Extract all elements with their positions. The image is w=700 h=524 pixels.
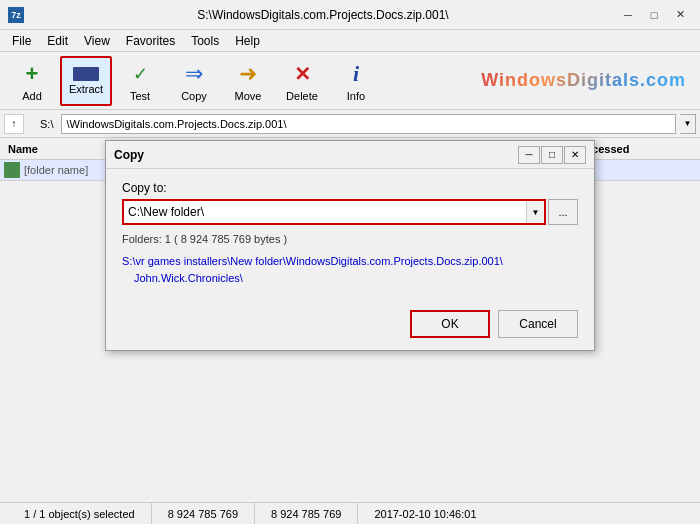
dialog-title: Copy bbox=[114, 148, 518, 162]
menu-tools[interactable]: Tools bbox=[183, 32, 227, 50]
move-icon: ➜ bbox=[234, 60, 262, 88]
app-icon: 7z bbox=[8, 7, 24, 23]
minimize-button[interactable]: ─ bbox=[616, 5, 640, 25]
status-bar: 1 / 1 object(s) selected 8 924 785 769 8… bbox=[0, 502, 700, 524]
menu-bar: File Edit View Favorites Tools Help bbox=[0, 30, 700, 52]
address-full-path: \WindowsDigitals.com.Projects.Docs.zip.0… bbox=[66, 118, 286, 130]
move-label: Move bbox=[235, 90, 262, 102]
copy-to-label: Copy to: bbox=[122, 181, 578, 195]
status-selection: 1 / 1 object(s) selected bbox=[8, 503, 152, 524]
copy-label: Copy bbox=[181, 90, 207, 102]
status-size: 8 924 785 769 bbox=[152, 503, 255, 524]
dialog-buttons: OK Cancel bbox=[122, 302, 578, 338]
delete-icon: ✕ bbox=[288, 60, 316, 88]
title-bar-controls: ─ □ ✕ bbox=[616, 5, 692, 25]
close-button[interactable]: ✕ bbox=[668, 5, 692, 25]
toolbar: + Add Extract ✓ Test ⇒ Copy ➜ Move ✕ Del… bbox=[0, 52, 700, 110]
dialog-title-bar: Copy ─ □ ✕ bbox=[106, 141, 594, 169]
dialog-title-controls: ─ □ ✕ bbox=[518, 146, 586, 164]
source-path-line1: S:\vr games installers\New folder\Window… bbox=[122, 255, 503, 267]
toolbar-info-button[interactable]: i Info bbox=[330, 56, 382, 106]
toolbar-logo: WindowsDigitals.com bbox=[384, 70, 694, 91]
dialog-content: Copy to: ▼ ... Folders: 1 ( 8 924 785 76… bbox=[106, 169, 594, 350]
address-up-button[interactable]: ↑ bbox=[4, 114, 24, 134]
folder-icon bbox=[4, 162, 20, 178]
source-path-line2: John.Wick.Chronicles\ bbox=[122, 272, 243, 284]
dialog-close-button[interactable]: ✕ bbox=[564, 146, 586, 164]
copy-dialog: Copy ─ □ ✕ Copy to: ▼ ... Folders: 1 ( 8… bbox=[105, 140, 595, 351]
menu-edit[interactable]: Edit bbox=[39, 32, 76, 50]
title-bar: 7z S:\WindowsDigitals.com.Projects.Docs.… bbox=[0, 0, 700, 30]
status-packed-size: 8 924 785 769 bbox=[255, 503, 358, 524]
add-icon: + bbox=[18, 60, 46, 88]
copy-input-row: ▼ ... bbox=[122, 199, 578, 225]
cancel-button[interactable]: Cancel bbox=[498, 310, 578, 338]
menu-view[interactable]: View bbox=[76, 32, 118, 50]
ok-button[interactable]: OK bbox=[410, 310, 490, 338]
menu-favorites[interactable]: Favorites bbox=[118, 32, 183, 50]
toolbar-delete-button[interactable]: ✕ Delete bbox=[276, 56, 328, 106]
add-label: Add bbox=[22, 90, 42, 102]
copy-destination-input[interactable] bbox=[124, 201, 526, 223]
dialog-minimize-button[interactable]: ─ bbox=[518, 146, 540, 164]
test-icon: ✓ bbox=[126, 60, 154, 88]
extract-icon bbox=[73, 67, 99, 81]
title-bar-text: S:\WindowsDigitals.com.Projects.Docs.zip… bbox=[30, 8, 616, 22]
menu-help[interactable]: Help bbox=[227, 32, 268, 50]
extract-label: Extract bbox=[69, 83, 103, 95]
toolbar-test-button[interactable]: ✓ Test bbox=[114, 56, 166, 106]
delete-label: Delete bbox=[286, 90, 318, 102]
copy-icon: ⇒ bbox=[180, 60, 208, 88]
address-path-display: \WindowsDigitals.com.Projects.Docs.zip.0… bbox=[61, 114, 676, 134]
address-dropdown-button[interactable]: ▼ bbox=[680, 114, 696, 134]
address-drive: S:\ bbox=[36, 118, 57, 130]
copy-input-wrapper: ▼ bbox=[122, 199, 546, 225]
source-path: S:\vr games installers\New folder\Window… bbox=[122, 253, 578, 286]
dialog-maximize-button[interactable]: □ bbox=[541, 146, 563, 164]
toolbar-add-button[interactable]: + Add bbox=[6, 56, 58, 106]
menu-file[interactable]: File bbox=[4, 32, 39, 50]
toolbar-move-button[interactable]: ➜ Move bbox=[222, 56, 274, 106]
folder-info: Folders: 1 ( 8 924 785 769 bytes ) bbox=[122, 233, 578, 245]
copy-dropdown-button[interactable]: ▼ bbox=[526, 201, 544, 223]
address-bar: ↑ S:\ \WindowsDigitals.com.Projects.Docs… bbox=[0, 110, 700, 138]
maximize-button[interactable]: □ bbox=[642, 5, 666, 25]
toolbar-extract-button[interactable]: Extract bbox=[60, 56, 112, 106]
toolbar-copy-button[interactable]: ⇒ Copy bbox=[168, 56, 220, 106]
test-label: Test bbox=[130, 90, 150, 102]
info-label: Info bbox=[347, 90, 365, 102]
logo-text: WindowsDigitals.com bbox=[481, 70, 686, 91]
status-modified: 2017-02-10 10:46:01 bbox=[358, 503, 492, 524]
copy-browse-button[interactable]: ... bbox=[548, 199, 578, 225]
info-icon: i bbox=[342, 60, 370, 88]
